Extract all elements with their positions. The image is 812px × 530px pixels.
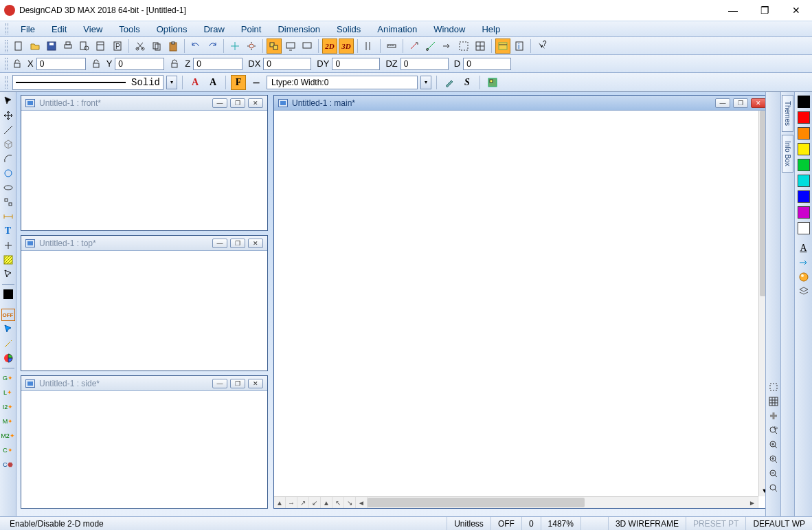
snap-button[interactable] xyxy=(244,38,259,54)
select-cursor-tool[interactable] xyxy=(1,323,15,335)
toolbar-grip-icon[interactable] xyxy=(5,40,8,52)
ltype-width-display[interactable]: Ltype:0 Width:0 xyxy=(267,76,418,89)
new-file-button[interactable] xyxy=(11,38,26,54)
gravity-snap-tool[interactable]: G✦ xyxy=(1,372,15,384)
viewport-close-button[interactable]: ✕ xyxy=(751,98,766,108)
zoom-window-button[interactable] xyxy=(767,424,780,437)
status-rendermode[interactable]: 3D WIREFRAME xyxy=(608,517,686,530)
viewport-maximize-button[interactable]: ❐ xyxy=(733,98,748,108)
menu-animation[interactable]: Animation xyxy=(369,22,425,36)
pointer2-tool[interactable] xyxy=(1,268,15,280)
select-area-button[interactable] xyxy=(456,38,471,54)
cut-button[interactable] xyxy=(133,38,148,54)
color-swatch-black[interactable] xyxy=(798,96,810,108)
nav-ne-button[interactable]: ↗ xyxy=(297,497,309,508)
measure-button[interactable] xyxy=(423,38,438,54)
zoom-in-button[interactable] xyxy=(767,453,780,465)
point-tool[interactable] xyxy=(1,239,15,252)
menu-window[interactable]: Window xyxy=(425,22,473,36)
render-button[interactable] xyxy=(300,38,315,54)
grid-button[interactable] xyxy=(473,38,488,54)
status-workplane[interactable]: DEFAULT WP xyxy=(745,517,812,530)
dimension-tool-button[interactable] xyxy=(407,38,422,54)
line-snap-tool[interactable]: L✦ xyxy=(1,386,15,399)
toolbar-grip-icon[interactable] xyxy=(5,58,8,70)
color-swatch-blue[interactable] xyxy=(798,190,810,203)
nav-right-button[interactable]: → xyxy=(286,497,297,508)
ltype-dropdown-arrow[interactable]: ▾ xyxy=(420,76,431,89)
status-snap[interactable]: OFF xyxy=(490,517,521,530)
d-input[interactable] xyxy=(463,58,511,70)
properties-button[interactable]: P xyxy=(110,38,125,54)
nav-diag1-button[interactable]: ↙ xyxy=(309,497,321,508)
window-close-button[interactable]: ✕ xyxy=(780,0,812,21)
snap-off-toggle[interactable]: OFF xyxy=(1,309,15,321)
nav-nw-button[interactable]: ↖ xyxy=(332,497,344,508)
weight-dash-button[interactable]: – xyxy=(249,75,264,90)
color-swatch-white[interactable] xyxy=(798,222,810,234)
magicwand-tool[interactable] xyxy=(1,338,15,350)
menu-options[interactable]: Options xyxy=(148,22,196,36)
color-swatch-orange[interactable] xyxy=(798,127,810,140)
color-swatch-green[interactable] xyxy=(798,159,810,171)
dz-input[interactable] xyxy=(401,58,449,70)
linestyle-dropdown-arrow[interactable]: ▾ xyxy=(166,76,177,89)
zoom-previous-button[interactable] xyxy=(767,482,780,494)
viewport-main-window[interactable]: Untitled-1 : main* — ❐ ✕ ▼ ▲ → ↗ ↙ ▲ ↖ ↘… xyxy=(273,95,771,509)
undo-button[interactable] xyxy=(188,38,203,54)
box-tool[interactable] xyxy=(1,138,15,151)
ellipse-tool[interactable] xyxy=(1,181,15,194)
viewport-maximize-button[interactable]: ❐ xyxy=(230,239,245,248)
ruler-button[interactable] xyxy=(384,38,399,54)
apply-style-button[interactable] xyxy=(797,256,811,269)
info-button[interactable]: i xyxy=(512,38,527,54)
viewport-front-titlebar[interactable]: Untitled-1 : front* — ❐ ✕ xyxy=(21,96,267,111)
viewport-minimize-button[interactable]: — xyxy=(715,98,730,108)
fill-toggle-button[interactable]: F xyxy=(231,75,246,90)
nav-up2-button[interactable]: ▲ xyxy=(321,497,332,508)
dimension-tool[interactable] xyxy=(1,210,15,223)
menu-point[interactable]: Point xyxy=(233,22,270,36)
color-swatch-cyan[interactable] xyxy=(798,175,810,187)
print-preview-button[interactable] xyxy=(77,38,92,54)
nav-up-button[interactable]: ▲ xyxy=(274,497,286,508)
horizontal-scrollbar[interactable] xyxy=(368,497,747,508)
colorwheel-tool[interactable] xyxy=(1,352,15,364)
color-swatch-red[interactable] xyxy=(798,111,810,124)
viewport-side-window[interactable]: Untitled-1 : side* — ❐ ✕ xyxy=(21,375,268,509)
extend-button[interactable] xyxy=(440,38,455,54)
lock-x-button[interactable] xyxy=(10,56,25,71)
menu-solids[interactable]: Solids xyxy=(328,22,369,36)
select-tool[interactable] xyxy=(1,95,15,107)
color-swatch-magenta[interactable] xyxy=(798,206,810,219)
pan-button[interactable] xyxy=(767,410,780,422)
viewport-close-button[interactable]: ✕ xyxy=(248,379,263,388)
linestyle-apply-button[interactable] xyxy=(442,75,457,90)
panel-toggle-button[interactable] xyxy=(495,38,510,54)
polygon-tool[interactable] xyxy=(1,196,15,208)
status-zoom[interactable]: 1487% xyxy=(541,517,580,530)
window-maximize-button[interactable]: ❐ xyxy=(749,0,780,21)
print-button[interactable] xyxy=(60,38,76,54)
align-button[interactable] xyxy=(361,38,376,54)
color-swatch-yellow[interactable] xyxy=(798,143,810,155)
dy-input[interactable] xyxy=(332,58,380,70)
quadrant-snap-tool[interactable]: C⬣ xyxy=(1,459,15,471)
color-swatch[interactable] xyxy=(1,288,15,300)
menu-tools[interactable]: Tools xyxy=(111,22,148,36)
line-tool[interactable] xyxy=(1,124,15,136)
menu-draw[interactable]: Draw xyxy=(195,22,232,36)
layers-button[interactable] xyxy=(93,38,109,54)
menu-file[interactable]: File xyxy=(12,22,43,36)
toggle-group-button[interactable] xyxy=(267,38,282,54)
lock-y-button[interactable] xyxy=(89,56,104,71)
text-tool[interactable]: T xyxy=(1,225,15,237)
viewport-minimize-button[interactable]: — xyxy=(212,379,227,388)
mode-3d-button[interactable]: 3D xyxy=(339,38,354,54)
move-origin-button[interactable] xyxy=(227,38,243,54)
lock-z-button[interactable] xyxy=(167,56,182,71)
view-switch-button[interactable] xyxy=(283,38,298,54)
y-input[interactable] xyxy=(115,58,164,70)
scrollbar-thumb[interactable] xyxy=(368,498,585,507)
scale-a-button[interactable]: A xyxy=(188,75,203,90)
